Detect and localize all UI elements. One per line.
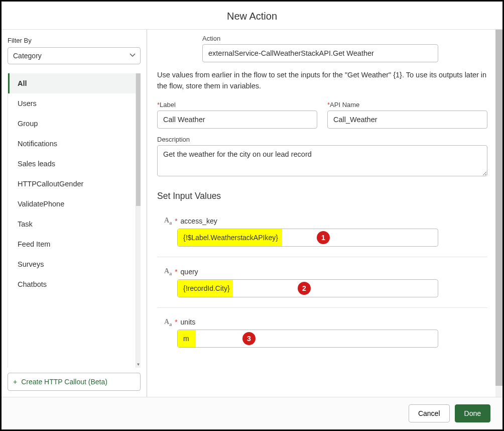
sidebar-item-all[interactable]: All <box>8 73 141 93</box>
input-row-query: Aa*query{!recordId.City}2 <box>157 261 487 308</box>
sidebar-item-notifications[interactable]: Notifications <box>8 134 141 154</box>
dialog-body: Filter By Category ▼ AllUsersGroupNotifi… <box>2 29 502 397</box>
input-query[interactable] <box>177 279 438 297</box>
done-button[interactable]: Done <box>455 404 490 422</box>
label-input[interactable] <box>157 111 317 129</box>
sidebar-item-validatephone[interactable]: ValidatePhone <box>8 194 141 214</box>
input-access_key[interactable] <box>177 229 438 247</box>
scrollbar-thumb[interactable] <box>136 73 141 206</box>
text-type-icon: Aa <box>164 267 172 276</box>
cancel-button[interactable]: Cancel <box>409 404 450 422</box>
input-units[interactable] <box>177 330 438 348</box>
sidebar-item-surveys[interactable]: Surveys <box>8 254 141 274</box>
action-input[interactable] <box>202 44 438 62</box>
scrollbar[interactable]: ▼ <box>136 73 141 368</box>
sidebar: Filter By Category ▼ AllUsersGroupNotifi… <box>2 30 147 397</box>
sidebar-item-users[interactable]: Users <box>8 93 141 114</box>
input-param-label: query <box>181 268 198 276</box>
description-input[interactable] <box>157 145 487 176</box>
scrollbar-thumb[interactable] <box>495 30 502 386</box>
apiname-field-label: *API Name <box>327 101 487 109</box>
input-row-units: Aa*unitsm3 <box>157 312 487 358</box>
input-param-label: access_key <box>181 217 217 225</box>
input-param-label: units <box>181 318 196 326</box>
sidebar-item-httpcalloutgender[interactable]: HTTPCalloutGender <box>8 174 141 194</box>
action-label: Action <box>202 35 438 42</box>
plus-icon: + <box>13 378 17 386</box>
label-field-label: *Label <box>157 101 317 109</box>
main-panel: Action Use values from earlier in the fl… <box>147 30 502 397</box>
sidebar-item-sales-leads[interactable]: Sales leads <box>8 154 141 174</box>
apiname-input[interactable] <box>327 111 487 129</box>
dialog-footer: Cancel Done <box>2 397 502 429</box>
set-input-values-heading: Set Input Values <box>157 191 487 201</box>
sidebar-item-feed-item[interactable]: Feed Item <box>8 234 141 254</box>
create-http-callout-button[interactable]: + Create HTTP Callout (Beta) <box>8 373 141 391</box>
sidebar-item-group[interactable]: Group <box>8 114 141 134</box>
input-row-access_key: Aa*access_key{!$Label.WeatherstackAPIkey… <box>157 210 487 257</box>
sidebar-item-task[interactable]: Task <box>8 214 141 234</box>
text-type-icon: Aa <box>164 318 172 327</box>
text-type-icon: Aa <box>164 217 172 226</box>
category-list: ▼ AllUsersGroupNotificationsSales leadsH… <box>8 73 141 368</box>
description-label: Description <box>157 136 487 143</box>
sidebar-item-chatbots[interactable]: Chatbots <box>8 274 141 294</box>
category-select[interactable]: Category <box>8 47 141 64</box>
filter-by-label: Filter By <box>8 37 141 44</box>
scrollbar[interactable] <box>495 30 502 397</box>
help-text: Use values from earlier in the flow to s… <box>157 69 487 92</box>
create-callout-label: Create HTTP Callout (Beta) <box>21 378 107 386</box>
dialog-title: New Action <box>2 2 502 29</box>
chevron-down-icon: ▼ <box>137 362 141 367</box>
